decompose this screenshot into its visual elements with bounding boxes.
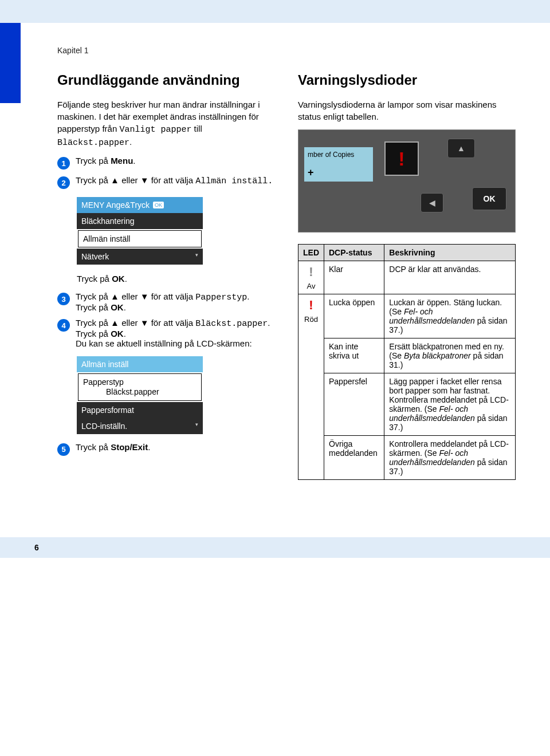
table-row: Kan inte skriva ut Ersätt bläckpatronen …	[298, 338, 516, 373]
warning-led-icon: !	[384, 141, 419, 176]
led-status-table: LED DCP-status Beskrivning ! Av Klar DCP…	[298, 244, 516, 480]
chapter-label: Kapitel 1	[57, 46, 516, 55]
table-row: ! Av Klar DCP är klar att användas.	[298, 261, 516, 294]
step-5: 5 Tryck på Stop/Exit.	[57, 442, 275, 456]
right-column: Varningslysdioder Varningslysdioderna är…	[298, 72, 516, 480]
step-number-1: 1	[57, 157, 70, 170]
table-row: Pappersfel Lägg papper i facket eller re…	[298, 373, 516, 436]
step-number-2: 2	[57, 176, 70, 189]
top-bar	[0, 0, 550, 23]
footer-bar: 6	[0, 537, 550, 558]
left-intro: Följande steg beskriver hur man ändrar i…	[57, 99, 275, 149]
step-1: 1 Tryck på Menu.	[57, 156, 275, 170]
ok-button: OK	[472, 187, 506, 210]
table-row: ! Röd Lucka öppen Luckan är öppen. Stäng…	[298, 294, 516, 338]
led-red-icon: !	[303, 298, 319, 313]
left-button-icon: ◀	[421, 193, 443, 212]
table-row: Övriga meddelanden Kontrollera meddeland…	[298, 436, 516, 480]
left-column: Grundläggande användning Följande steg b…	[57, 72, 275, 480]
scroll-down-icon: ▾	[195, 252, 198, 258]
ok-badge: OK	[153, 202, 164, 208]
right-intro: Varningslysdioderna är lampor som visar …	[298, 99, 516, 123]
printer-panel-photo: mber of Copies + ! ▲ ◀ OK	[298, 129, 516, 233]
page-number: 6	[34, 543, 39, 552]
panel-lcd: mber of Copies +	[304, 147, 373, 182]
page-content: Kapitel 1 Grundläggande användning Följa…	[0, 23, 550, 503]
lcd-screenshot-2: Allmän inställ Papperstyp Bläckst.papper…	[77, 356, 203, 434]
step-3: 3 Tryck på ▲ eller ▼ för att välja Pappe…	[57, 292, 275, 312]
scroll-down-icon: ▾	[195, 422, 198, 427]
lcd-screenshot-1: MENY Ange&TryckOK Bläckhantering Allmän …	[77, 197, 203, 265]
led-off-icon: !	[303, 265, 319, 279]
up-button-icon: ▲	[447, 139, 475, 158]
step-number-5: 5	[57, 443, 70, 456]
step-number-3: 3	[57, 293, 70, 305]
step-4: 4 Tryck på ▲ eller ▼ för att välja Bläck…	[57, 318, 275, 348]
step-2: 2 Tryck på ▲ eller ▼ för att välja Allmä…	[57, 175, 275, 189]
right-heading: Varningslysdioder	[298, 72, 516, 88]
left-heading: Grundläggande användning	[57, 72, 275, 88]
step-number-4: 4	[57, 319, 70, 332]
